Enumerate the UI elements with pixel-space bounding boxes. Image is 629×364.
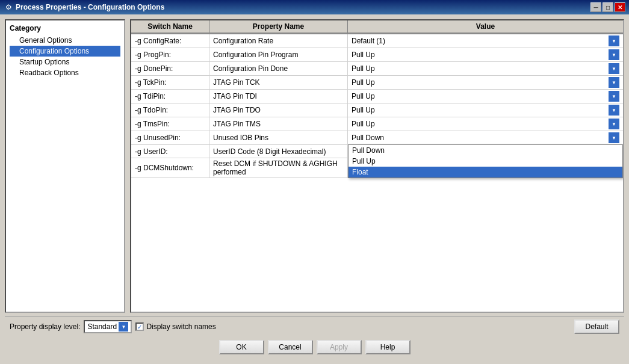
property-name: Unused IOB Pins	[209, 131, 348, 144]
value-dropdown[interactable]: Default (1) ▼	[349, 35, 622, 47]
value-dropdown[interactable]: Pull Up ▼	[349, 76, 622, 88]
switch-name: -g UnusedPin:	[131, 131, 209, 144]
col-value: Value	[348, 20, 623, 34]
level-dropdown[interactable]: Standard ▼	[84, 320, 132, 333]
property-name: Configuration Pin Program	[209, 48, 348, 61]
table-row: -g TckPin: JTAG Pin TCK Pull Up ▼	[131, 76, 623, 90]
value-cell[interactable]: Pull Down ▼ Pull Down Pull Up Float	[348, 131, 623, 144]
table-row: -g ProgPin: Configuration Pin Program Pu…	[131, 48, 623, 62]
property-name: JTAG Pin TDO	[209, 103, 348, 117]
maximize-button[interactable]: □	[603, 2, 613, 12]
dropdown-arrow-icon[interactable]: ▼	[609, 105, 619, 116]
properties-panel: Switch Name Property Name Value -g Confi…	[130, 19, 624, 313]
switch-name: -g DonePin:	[131, 62, 209, 75]
switch-name: -g TdiPin:	[131, 90, 209, 103]
property-name: UserID Code (8 Digit Hexadecimal)	[209, 145, 348, 158]
value-cell[interactable]: Pull Up ▼	[348, 90, 623, 103]
action-buttons: OK Cancel Apply Help	[5, 336, 624, 359]
value-cell[interactable]: Pull Up ▼	[348, 103, 623, 117]
help-button[interactable]: Help	[365, 340, 411, 354]
minimize-button[interactable]: ─	[590, 2, 601, 12]
switch-name: -g TckPin:	[131, 76, 209, 89]
property-level-section: Property display level: Standard ▼ ✓ Dis…	[10, 320, 216, 333]
dropdown-arrow-icon[interactable]: ▼	[609, 132, 619, 143]
property-name: JTAG Pin TMS	[209, 117, 348, 131]
value-cell[interactable]: Pull Up ▼	[348, 62, 623, 75]
property-name: JTAG Pin TCK	[209, 76, 348, 89]
default-button[interactable]: Default	[574, 319, 619, 334]
value-cell[interactable]: Pull Up ▼	[348, 76, 623, 89]
property-name: JTAG Pin TDI	[209, 90, 348, 103]
table-header: Switch Name Property Name Value	[131, 20, 623, 34]
switch-name: -g DCMShutdown:	[131, 158, 209, 177]
table-row: -g TdiPin: JTAG Pin TDI Pull Up ▼	[131, 90, 623, 103]
window-icon: ⚙	[4, 2, 13, 12]
dropdown-arrow-icon[interactable]: ▼	[609, 35, 619, 46]
switch-name: -g TdoPin:	[131, 103, 209, 117]
window-body: Category General Options Configuration O…	[0, 14, 629, 364]
dropdown-option-float[interactable]: Float	[349, 167, 622, 177]
dropdown-popup: Pull Down Pull Up Float	[348, 144, 623, 178]
switch-name: -g ConfigRate:	[131, 34, 209, 48]
value-cell[interactable]: Pull Up ▼	[348, 48, 623, 61]
display-switch-names-section: ✓ Display switch names	[135, 322, 215, 331]
value-dropdown[interactable]: Pull Up ▼	[349, 90, 622, 102]
dropdown-option-pullup[interactable]: Pull Up	[349, 156, 622, 167]
title-bar: ⚙ Process Properties - Configuration Opt…	[0, 0, 629, 14]
dropdown-arrow-icon[interactable]: ▼	[609, 119, 619, 129]
table-row: -g TmsPin: JTAG Pin TMS Pull Up ▼	[131, 117, 623, 131]
value-dropdown[interactable]: Pull Up ▼	[349, 63, 622, 75]
sidebar-item-readback[interactable]: Readback Options	[10, 67, 120, 78]
property-name: Reset DCM if SHUTDOWN & AGHIGH performed	[209, 158, 348, 177]
category-label: Category	[10, 24, 120, 32]
value-cell[interactable]: Pull Up ▼	[348, 117, 623, 131]
ok-button[interactable]: OK	[219, 340, 264, 354]
sidebar-item-startup[interactable]: Startup Options	[10, 57, 120, 67]
col-switch-name: Switch Name	[131, 20, 209, 34]
value-dropdown[interactable]: Pull Down ▼	[349, 132, 622, 144]
dropdown-option-pulldown[interactable]: Pull Down	[349, 145, 622, 156]
title-text: Process Properties - Configuration Optio…	[16, 3, 590, 11]
close-button[interactable]: ✕	[615, 2, 625, 12]
dropdown-arrow-icon[interactable]: ▼	[609, 91, 619, 102]
display-switch-names-label: Display switch names	[146, 322, 215, 331]
table-row: -g DonePin: Configuration Pin Done Pull …	[131, 62, 623, 76]
apply-button[interactable]: Apply	[317, 340, 362, 354]
switch-name: -g ProgPin:	[131, 48, 209, 61]
sidebar-item-configuration[interactable]: Configuration Options	[10, 46, 120, 57]
display-switch-names-checkbox[interactable]: ✓	[135, 322, 144, 331]
value-dropdown[interactable]: Pull Up ▼	[349, 118, 622, 130]
value-cell[interactable]: Default (1) ▼	[348, 34, 623, 48]
category-panel: Category General Options Configuration O…	[5, 19, 125, 313]
bottom-toolbar: Property display level: Standard ▼ ✓ Dis…	[5, 316, 624, 336]
table-row: -g UnusedPin: Unused IOB Pins Pull Down …	[131, 131, 623, 145]
table-body: -g ConfigRate: Configuration Rate Defaul…	[131, 34, 623, 312]
value-dropdown[interactable]: Pull Up ▼	[349, 104, 622, 116]
table-row: -g TdoPin: JTAG Pin TDO Pull Up ▼	[131, 103, 623, 117]
switch-name: -g UserID:	[131, 145, 209, 158]
sidebar-item-general[interactable]: General Options	[10, 35, 120, 46]
main-content: Category General Options Configuration O…	[5, 19, 624, 313]
dropdown-arrow-icon[interactable]: ▼	[609, 49, 619, 60]
table-row: -g ConfigRate: Configuration Rate Defaul…	[131, 34, 623, 48]
switch-name: -g TmsPin:	[131, 117, 209, 131]
level-dropdown-arrow-icon[interactable]: ▼	[119, 322, 128, 332]
dropdown-arrow-icon[interactable]: ▼	[609, 63, 619, 74]
col-property-name: Property Name	[209, 20, 348, 34]
property-name: Configuration Pin Done	[209, 62, 348, 75]
property-name: Configuration Rate	[209, 34, 348, 48]
value-dropdown[interactable]: Pull Up ▼	[349, 49, 622, 61]
property-level-label: Property display level:	[10, 322, 80, 331]
level-dropdown-text: Standard	[87, 322, 119, 331]
title-bar-buttons: ─ □ ✕	[590, 2, 625, 12]
cancel-button[interactable]: Cancel	[268, 340, 313, 354]
dropdown-arrow-icon[interactable]: ▼	[609, 77, 619, 88]
